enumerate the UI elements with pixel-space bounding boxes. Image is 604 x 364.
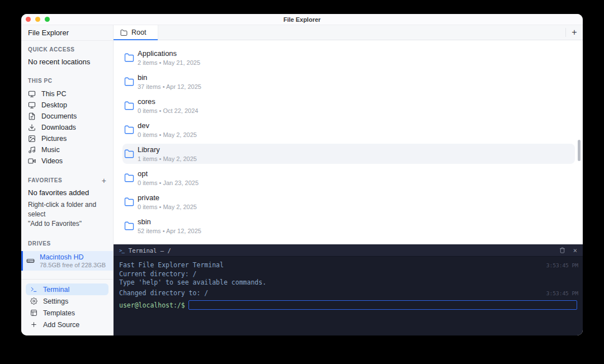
sidebar-app-title: File Explorer: [21, 25, 113, 41]
tab-label: Root: [131, 29, 146, 36]
terminal-prompt: user@localhost:/$: [119, 301, 185, 309]
folder-icon: [124, 125, 134, 135]
main-area: Root + Applications2 items • May 21, 202…: [114, 25, 583, 335]
terminal-line-text: Type 'help' to see available commands.: [119, 278, 266, 287]
sidebar-item-label: Templates: [43, 309, 75, 317]
music-icon: [28, 146, 36, 154]
folder-icon: [120, 29, 128, 36]
file-name: opt: [138, 170, 199, 178]
monitor-icon: [28, 101, 36, 109]
terminal-timestamp: 3:53:45 PM: [546, 289, 578, 298]
folder-icon: [124, 149, 134, 159]
folder-icon: [124, 101, 134, 111]
sidebar-item-settings[interactable]: Settings: [26, 295, 108, 307]
file-row-opt[interactable]: opt0 items • Jan 23, 2025: [122, 168, 575, 188]
file-row-applications[interactable]: Applications2 items • May 21, 2025: [122, 48, 575, 68]
desktop-background: File Explorer File Explorer QUICK ACCESS…: [0, 0, 604, 364]
file-row-library[interactable]: Library1 items • May 2, 2025: [122, 144, 575, 164]
terminal-input[interactable]: [188, 300, 577, 310]
terminal-line: Fast File Explorer Terminal3:53:45 PM: [119, 261, 578, 270]
new-tab-button[interactable]: +: [566, 25, 583, 40]
sidebar-item-label: Add Source: [43, 321, 79, 329]
terminal-panel: >_ Terminal — / × Fast File Explorer Ter…: [114, 244, 583, 335]
sidebar-item-terminal[interactable]: Terminal: [26, 283, 108, 295]
sidebar-item-desktop[interactable]: Desktop: [28, 100, 106, 111]
add-favorite-button[interactable]: +: [102, 178, 106, 183]
tab-bar-spacer: [158, 25, 565, 40]
folder-icon: [124, 173, 134, 183]
this-pc-list: This PCDesktopDocumentsDownloadsPictures…: [28, 88, 106, 167]
folder-icon: [124, 53, 134, 63]
terminal-prompt-row: user@localhost:/$: [119, 300, 578, 310]
sidebar-item-templates[interactable]: Templates: [26, 307, 108, 319]
drive-name: Macintosh HD: [40, 253, 106, 261]
folder-icon: [124, 77, 134, 87]
terminal-line-text: Changed directory to: /: [119, 289, 208, 298]
drive-item-macintosh-hd[interactable]: Macintosh HD78.5GB free of 228.3GB: [21, 251, 113, 271]
file-meta: 0 items • May 2, 2025: [138, 131, 197, 138]
folder-icon: [124, 221, 134, 231]
terminal-line: Type 'help' to see available commands.: [119, 278, 578, 287]
trash-icon[interactable]: [559, 247, 565, 253]
sidebar-item-documents[interactable]: Documents: [28, 111, 106, 122]
gear-icon: [30, 297, 37, 305]
file-row-cores[interactable]: cores0 items • Oct 22, 2024: [122, 96, 575, 116]
file-row-system[interactable]: System: [122, 240, 575, 244]
file-row-private[interactable]: private0 items • May 2, 2025: [122, 192, 575, 212]
terminal-line: Changed directory to: /3:53:45 PM: [119, 289, 578, 298]
monitor-icon: [28, 90, 36, 98]
sidebar: File Explorer QUICK ACCESS No recent loc…: [21, 25, 114, 335]
sidebar-item-downloads[interactable]: Downloads: [28, 122, 106, 133]
file-row-bin[interactable]: bin37 items • Apr 12, 2025: [122, 72, 575, 92]
sidebar-item-add-source[interactable]: Add Source: [26, 319, 108, 330]
window-content: File Explorer QUICK ACCESS No recent loc…: [21, 25, 583, 335]
terminal-title: Terminal — /: [129, 247, 171, 254]
file-list: Applications2 items • May 21, 2025bin37 …: [114, 40, 583, 244]
file-explorer-window: File Explorer File Explorer QUICK ACCESS…: [21, 14, 583, 335]
terminal-line-text: Current directory: /: [119, 270, 196, 279]
favorites-hint: Right-click a folder and select "Add to …: [28, 200, 106, 229]
favorites-header: FAVORITES +: [28, 177, 106, 183]
file-name: private: [138, 194, 197, 202]
favorites-section-label: FAVORITES: [28, 177, 62, 183]
terminal-timestamp: 3:53:45 PM: [546, 261, 578, 270]
file-name: dev: [138, 122, 197, 130]
sidebar-item-label: Music: [41, 146, 60, 154]
window-title: File Explorer: [21, 16, 583, 23]
video-icon: [28, 157, 36, 165]
drive-capacity: 78.5GB free of 228.3GB: [40, 262, 106, 268]
sidebar-scroll-area: QUICK ACCESS No recent locations THIS PC…: [21, 41, 113, 279]
terminal-actions: ×: [559, 247, 577, 254]
file-meta: 52 items • Apr 12, 2025: [138, 228, 201, 234]
sidebar-footer-nav: TerminalSettingsTemplatesAdd Source: [21, 279, 113, 335]
tab-root[interactable]: Root: [114, 25, 158, 40]
tab-bar: Root +: [114, 25, 583, 40]
file-row-dev[interactable]: dev0 items • May 2, 2025: [122, 120, 575, 140]
file-name: sbin: [138, 218, 201, 226]
terminal-line-text: Fast File Explorer Terminal: [119, 261, 224, 270]
this-pc-section-label: THIS PC: [28, 78, 106, 84]
drives-section-label: DRIVES: [28, 240, 106, 247]
document-icon: [28, 112, 36, 120]
file-meta: 0 items • Jan 23, 2025: [138, 179, 199, 186]
favorites-hint-line1: Right-click a folder and select: [28, 200, 106, 219]
hard-drive-icon: [26, 257, 35, 265]
file-row-sbin[interactable]: sbin52 items • Apr 12, 2025: [122, 216, 575, 236]
sidebar-item-label: This PC: [41, 90, 66, 98]
terminal-prompt-icon: >_: [119, 248, 124, 253]
terminal-line: Current directory: /: [119, 270, 578, 279]
close-terminal-icon[interactable]: ×: [573, 247, 577, 254]
sidebar-item-label: Terminal: [43, 286, 69, 294]
sidebar-item-pictures[interactable]: Pictures: [28, 133, 106, 144]
sidebar-item-videos[interactable]: Videos: [28, 155, 106, 167]
scrollbar-thumb[interactable]: [578, 140, 581, 161]
sidebar-item-label: Videos: [41, 157, 63, 165]
image-icon: [28, 135, 36, 143]
file-name: Applications: [138, 50, 200, 58]
file-meta: 2 items • May 21, 2025: [138, 59, 200, 66]
terminal-body: Fast File Explorer Terminal3:53:45 PMCur…: [114, 257, 583, 335]
file-name: bin: [138, 74, 201, 82]
sidebar-item-music[interactable]: Music: [28, 144, 106, 155]
sidebar-item-label: Settings: [43, 297, 68, 305]
sidebar-item-this-pc[interactable]: This PC: [28, 88, 106, 100]
